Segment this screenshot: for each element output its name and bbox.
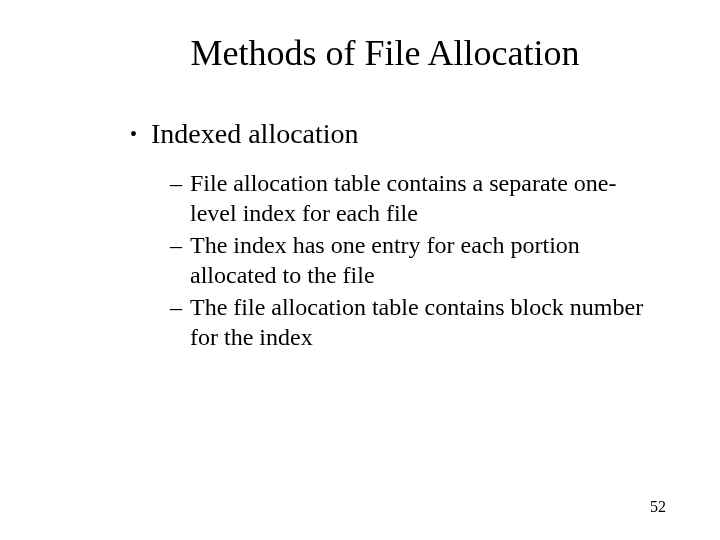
slide-content: • Indexed allocation – File allocation t… <box>60 118 660 352</box>
sub-bullet-text: File allocation table contains a separat… <box>190 168 650 228</box>
sub-bullet-text: The index has one entry for each portion… <box>190 230 650 290</box>
slide-container: Methods of File Allocation • Indexed all… <box>0 0 720 540</box>
bullet-main: • Indexed allocation <box>130 118 660 150</box>
sub-bullet-item: – File allocation table contains a separ… <box>170 168 660 228</box>
sub-bullet-marker: – <box>170 168 182 198</box>
sub-bullet-marker: – <box>170 292 182 322</box>
sub-bullet-item: – The index has one entry for each porti… <box>170 230 660 290</box>
bullet-main-text: Indexed allocation <box>151 118 359 150</box>
page-number: 52 <box>650 498 666 516</box>
sub-bullet-list: – File allocation table contains a separ… <box>130 168 660 352</box>
sub-bullet-item: – The file allocation table contains blo… <box>170 292 660 352</box>
sub-bullet-text: The file allocation table contains block… <box>190 292 650 352</box>
sub-bullet-marker: – <box>170 230 182 260</box>
bullet-marker: • <box>130 118 137 150</box>
slide-title: Methods of File Allocation <box>60 32 660 74</box>
